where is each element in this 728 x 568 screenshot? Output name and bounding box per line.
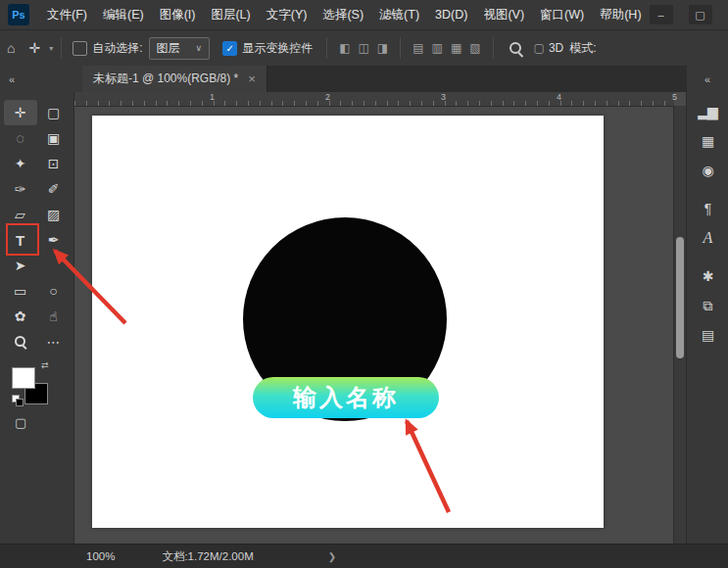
canvas[interactable]: 输入名称: [92, 116, 604, 528]
auto-select-target-dropdown[interactable]: 图层 ∨: [149, 37, 211, 60]
target-value: 图层: [157, 40, 180, 57]
photoshop-logo: Ps: [8, 4, 29, 25]
close-icon[interactable]: ×: [248, 71, 256, 86]
panel-color-icon[interactable]: ◉: [695, 159, 720, 182]
zoom-level-field[interactable]: 100%: [86, 550, 115, 562]
vertical-scrollbar[interactable]: [673, 106, 686, 544]
minimize-button[interactable]: –: [650, 5, 673, 24]
move-tool-icon[interactable]: ✛: [28, 40, 40, 56]
gradient-tool[interactable]: ▨: [37, 202, 71, 227]
panel-shapes-icon[interactable]: ✱: [695, 264, 720, 288]
panel-histogram-icon[interactable]: ▂▆: [695, 100, 720, 123]
tools-grid: ✛ ▢ ◌ ▣ ✦ ⊡ ✑ ✐ ▱ ▨ T ✒ ➤ ▭ ○ ✿ ☝ ⋯: [0, 92, 73, 355]
ruler-tick: 2: [325, 92, 330, 102]
document-title: 未标题-1 @ 100%(RGB/8) *: [93, 71, 238, 87]
workspace-icon[interactable]: ▢: [534, 41, 545, 55]
ruler-tick: 1: [210, 92, 215, 102]
menu-filter[interactable]: 滤镜(T): [371, 7, 427, 24]
name-button-shape: 输入名称: [253, 377, 439, 418]
toolbar-collapse-button[interactable]: «: [0, 66, 82, 92]
chevron-down-icon: ∨: [196, 43, 203, 53]
menu-window[interactable]: 窗口(W): [532, 7, 592, 24]
horizontal-ruler: 1 2 3 4 5: [74, 92, 674, 107]
panel-info-icon[interactable]: ▤: [695, 323, 720, 347]
path-selection-tool[interactable]: ➤: [4, 253, 37, 278]
divider: [61, 37, 62, 59]
menu-help[interactable]: 帮助(H): [592, 7, 649, 24]
chevron-down-icon[interactable]: ▾: [49, 44, 53, 53]
swap-colors-icon[interactable]: ⇄: [41, 360, 49, 370]
status-expand-icon[interactable]: ❯: [328, 551, 336, 562]
move-tool[interactable]: ✛: [4, 100, 37, 125]
default-colors-icon[interactable]: [12, 395, 24, 405]
brush-tool[interactable]: ✐: [37, 176, 71, 202]
lasso-tool[interactable]: ◌: [4, 125, 37, 151]
panel-collapse-button[interactable]: «: [687, 66, 728, 92]
pen-tool[interactable]: ✒: [37, 227, 71, 253]
eyedropper-tool[interactable]: ✑: [4, 176, 37, 202]
menu-image[interactable]: 图像(I): [152, 7, 204, 24]
ellipse-tool[interactable]: ○: [37, 278, 71, 304]
divider: [493, 37, 494, 59]
canvas-area: 1 2 3 4 5 输入名称: [74, 92, 686, 544]
menu-select[interactable]: 选择(S): [315, 7, 371, 24]
ruler-tick: 5: [672, 92, 677, 102]
menu-3d[interactable]: 3D(D): [427, 8, 475, 22]
screen-mode-icon[interactable]: ▢: [15, 415, 73, 430]
panel-layers-icon[interactable]: ⧉: [695, 294, 720, 317]
window-controls: – ▢: [650, 5, 728, 24]
foreground-color-swatch[interactable]: [12, 367, 35, 389]
align-left-icon[interactable]: ◧: [339, 41, 350, 55]
scrollbar-thumb[interactable]: [676, 237, 684, 358]
document-size-info: 文档:1.72M/2.00M: [162, 549, 253, 564]
align-right-icon[interactable]: ◨: [377, 41, 388, 55]
show-transform-label: 显示变换控件: [242, 40, 313, 57]
align-center-icon[interactable]: ◫: [359, 41, 369, 55]
menu-view[interactable]: 视图(V): [475, 7, 532, 24]
align-middle-icon[interactable]: ▥: [432, 41, 443, 55]
ruler-tick: 3: [441, 92, 446, 102]
rect-marquee-tool[interactable]: ▢: [37, 100, 71, 125]
tools-panel: ✛ ▢ ◌ ▣ ✦ ⊡ ✑ ✐ ▱ ▨ T ✒ ➤ ▭ ○ ✿ ☝ ⋯: [0, 92, 74, 544]
home-icon[interactable]: ⌂: [7, 40, 15, 56]
panel-dock: ▂▆ ▦ ◉ ¶ A ✱ ⧉ ▤: [686, 92, 728, 544]
align-bottom-icon[interactable]: ▦: [451, 41, 461, 55]
hand-tool[interactable]: ☝: [37, 304, 71, 329]
threed-mode-label: 模式:: [569, 40, 596, 57]
menu-layer[interactable]: 图层(L): [203, 7, 258, 24]
photoshop-window: Ps 文件(F) 编辑(E) 图像(I) 图层(L) 文字(Y) 选择(S) 滤…: [0, 0, 728, 568]
panel-character-icon[interactable]: A: [695, 226, 720, 250]
custom-shape-tool[interactable]: ✿: [4, 304, 37, 329]
divider: [400, 37, 401, 59]
threed-label: 3D: [549, 41, 563, 55]
auto-select-checkbox[interactable]: [73, 41, 87, 56]
document-tab[interactable]: 未标题-1 @ 100%(RGB/8) * ×: [82, 66, 267, 92]
tool-spacer: [37, 253, 71, 278]
menu-file[interactable]: 文件(F): [39, 7, 95, 24]
rounded-rect-tool[interactable]: ▭: [4, 278, 37, 304]
more-tools[interactable]: ⋯: [37, 329, 71, 355]
color-swatches: ⇄: [12, 362, 57, 407]
search-icon[interactable]: [509, 41, 523, 56]
align-top-icon[interactable]: ▤: [413, 41, 423, 55]
eraser-tool[interactable]: ▱: [4, 202, 37, 227]
menu-type[interactable]: 文字(Y): [259, 7, 315, 24]
panel-paragraph-icon[interactable]: ¶: [695, 197, 720, 220]
menu-edit[interactable]: 编辑(E): [95, 7, 152, 24]
quick-selection-tool[interactable]: ✦: [4, 151, 37, 176]
text-tool[interactable]: T: [4, 227, 37, 253]
zoom-tool[interactable]: [4, 329, 37, 355]
show-transform-checkbox[interactable]: ✓: [222, 41, 237, 56]
frame-tool[interactable]: ▣: [37, 125, 71, 151]
status-bar: 100% 文档:1.72M/2.00M ❯: [0, 544, 728, 568]
crop-tool[interactable]: ⊡: [37, 151, 71, 176]
restore-button[interactable]: ▢: [689, 5, 712, 24]
panel-swatches-icon[interactable]: ▦: [695, 129, 720, 153]
distribute-icon[interactable]: ▧: [469, 41, 480, 55]
divider: [326, 37, 327, 59]
menu-bar: Ps 文件(F) 编辑(E) 图像(I) 图层(L) 文字(Y) 选择(S) 滤…: [0, 0, 728, 30]
document-tab-bar: « 未标题-1 @ 100%(RGB/8) * × «: [0, 66, 728, 92]
auto-select-label: 自动选择:: [92, 40, 142, 57]
ruler-tick: 4: [557, 92, 561, 102]
tool-options-bar: ⌂ ✛ ▾ 自动选择: 图层 ∨ ✓ 显示变换控件 ◧ ◫ ◨ ▤ ▥ ▦ ▧ …: [0, 30, 728, 67]
